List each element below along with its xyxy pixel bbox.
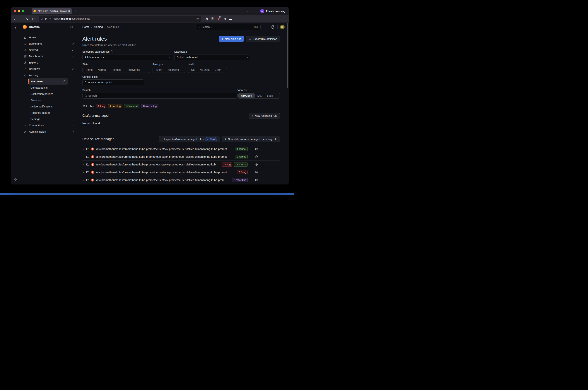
tracking-protection-shield-icon[interactable] — [41, 17, 43, 20]
view-option-grouped[interactable]: Grouped — [239, 93, 255, 98]
sidebar-item-contact-points[interactable]: Contact points — [20, 85, 76, 91]
export-rule-definition-button[interactable]: Export rule definition — [246, 36, 280, 42]
info-icon[interactable] — [255, 171, 258, 174]
bell-icon — [24, 74, 27, 77]
contact-point-select[interactable]: Choose a contact point — [82, 79, 144, 85]
assistant-sparkle-icon[interactable]: ✦ — [14, 26, 16, 29]
global-search-input[interactable]: Search... ⌘+k — [196, 24, 261, 30]
info-icon[interactable] — [255, 163, 258, 166]
sidebar-item-active-notifications[interactable]: Active notifications — [20, 103, 76, 110]
sidebar-item-dashboards[interactable]: Dashboards — [20, 53, 76, 59]
close-tab-icon[interactable]: ✕ — [68, 10, 70, 12]
rule-group-path[interactable]: /etc/prometheus/rules/prometheus-kube-pr… — [96, 163, 220, 166]
state-option-normal[interactable]: Normal — [95, 68, 109, 71]
rule-type-option-alert[interactable]: Alert — [153, 68, 164, 71]
new-recording-rule-button[interactable]: + New recording rule — [249, 113, 280, 119]
view-option-state[interactable]: State — [264, 94, 276, 97]
new-alert-rule-button[interactable]: + New alert rule — [219, 36, 244, 42]
adblock-shield-icon[interactable]: 1 — [217, 17, 220, 20]
forward-icon[interactable]: → — [20, 17, 23, 20]
rule-group-path[interactable]: /etc/prometheus/rules/prometheus-kube-pr… — [96, 155, 233, 158]
new-data-source-managed-recording-rule-button[interactable]: + New data source-managed recording rule — [222, 136, 280, 142]
breadcrumb-home[interactable]: Home — [82, 25, 90, 28]
state-option-firing[interactable]: Firing — [83, 68, 95, 71]
breadcrumb-current: Alert rules — [107, 25, 119, 28]
sidebar-item-settings[interactable]: Settings — [20, 116, 76, 122]
extension-badge-count: 1 — [219, 16, 221, 18]
sidebar-item-home[interactable]: Home — [20, 34, 76, 41]
info-icon[interactable] — [255, 178, 258, 182]
home-icon[interactable] — [32, 17, 35, 20]
rules-list: › /etc/prometheus/rules/prometheus-kube-… — [82, 145, 280, 185]
view-option-list[interactable]: List — [255, 94, 264, 97]
sidebar-item-silences[interactable]: Silences — [20, 97, 76, 103]
expand-chevron-icon[interactable]: › — [82, 178, 84, 182]
add-menu-button[interactable]: + — [263, 25, 266, 29]
sidebar-item-recently-deleted[interactable]: Recently deleted — [20, 110, 76, 116]
help-icon[interactable]: ? — [271, 25, 275, 29]
sidebar-item-starred[interactable]: Starred — [20, 47, 76, 53]
table-row[interactable]: › /etc/prometheus/rules/prometheus-kube-… — [82, 153, 280, 160]
new-tab-button[interactable]: + — [75, 9, 77, 13]
state-option-recovering[interactable]: Recovering — [124, 68, 143, 71]
extensions-puzzle-icon[interactable] — [223, 17, 226, 20]
window-controls — [14, 10, 24, 12]
divider — [252, 178, 252, 182]
health-option-ok[interactable]: Ok — [189, 68, 197, 71]
sidebar-item-explore[interactable]: Explore — [20, 59, 76, 66]
sidebar-item-administration[interactable]: Administration — [20, 129, 76, 135]
collapse-sidebar-icon[interactable] — [70, 25, 73, 29]
breadcrumb-alerting[interactable]: Alerting — [94, 25, 103, 28]
menu-hamburger-icon[interactable] — [229, 18, 232, 20]
info-icon[interactable] — [255, 155, 258, 158]
table-row[interactable]: › /etc/prometheus/rules/prometheus-kube-… — [82, 145, 280, 153]
bookmark-icon[interactable] — [63, 80, 66, 83]
health-option-nodata[interactable]: No Data — [197, 68, 212, 71]
screenshot-camera-icon[interactable] — [205, 17, 208, 20]
rule-group-path[interactable]: /etc/prometheus/rules/prometheus-kube-pr… — [96, 171, 235, 174]
table-row[interactable]: › /etc/prometheus/rules/prometheus-kube-… — [82, 168, 280, 176]
table-row[interactable]: › /etc/prometheus/rules/prometheus-kube-… — [82, 176, 280, 184]
sidebar-item-alert-rules[interactable]: Alert rules — [28, 78, 68, 85]
sidebar-item-connections[interactable]: Connections — [20, 122, 76, 129]
divider — [252, 147, 252, 151]
zoom-window-button[interactable] — [22, 10, 24, 12]
rules-search-input[interactable]: Search — [82, 93, 238, 98]
data-sources-select[interactable]: All data sources — [82, 54, 172, 60]
page-scrollbar-thumb[interactable] — [287, 23, 288, 88]
rail-settings-gear-icon[interactable] — [14, 178, 17, 181]
state-option-pending[interactable]: Pending — [109, 68, 124, 71]
rule-group-path[interactable]: /etc/prometheus/rules/prometheus-kube-pr… — [96, 147, 233, 150]
import-to-grafana-managed-button[interactable]: ↑ Import to Grafana-managed rules New! — [159, 136, 220, 142]
browser-tab[interactable]: Alert rules - Alerting - Grafana ✕ — [32, 8, 72, 14]
sidebar-item-drilldown[interactable]: Drilldown — [20, 66, 76, 72]
list-tabs-chevron-icon[interactable]: ⌄ — [246, 10, 248, 12]
expand-chevron-icon[interactable]: › — [82, 147, 84, 150]
minimize-window-button[interactable] — [18, 10, 20, 12]
info-icon[interactable] — [255, 147, 258, 150]
chevron-down-icon — [265, 26, 267, 27]
dashboard-select[interactable]: Select dashboard — [174, 54, 250, 60]
extension-avatar-icon[interactable] — [211, 17, 214, 20]
expand-chevron-icon[interactable]: › — [82, 155, 84, 158]
health-option-error[interactable]: Error — [212, 68, 223, 71]
reload-icon[interactable]: ↻ — [26, 17, 29, 20]
close-window-button[interactable] — [14, 10, 16, 12]
table-row[interactable]: › /etc/prometheus/rules/prometheus-kube-… — [82, 184, 280, 185]
search-filter-label: Search — [82, 89, 91, 92]
divider — [269, 25, 269, 29]
url-bar[interactable]: http://localhost:8080/alerting/list ☆ — [39, 16, 201, 22]
chevron-up-icon — [71, 74, 73, 76]
rule-group-path[interactable]: /etc/prometheus/rules/prometheus-kube-pr… — [96, 178, 230, 182]
bookmark-star-icon[interactable]: ☆ — [196, 17, 199, 20]
back-icon[interactable]: ← — [13, 17, 17, 20]
sidebar-item-notification-policies[interactable]: Notification policies — [20, 91, 76, 97]
expand-chevron-icon[interactable]: › — [82, 171, 84, 174]
sidebar-item-alerting[interactable]: Alerting — [20, 72, 76, 78]
private-mask-icon: ∞ — [260, 9, 264, 13]
sidebar-item-bookmarks[interactable]: Bookmarks — [20, 41, 76, 47]
rule-type-option-recording[interactable]: Recording — [164, 68, 182, 71]
expand-chevron-icon[interactable]: › — [82, 163, 84, 166]
table-row[interactable]: › /etc/prometheus/rules/prometheus-kube-… — [82, 160, 280, 168]
user-avatar[interactable] — [280, 25, 285, 29]
